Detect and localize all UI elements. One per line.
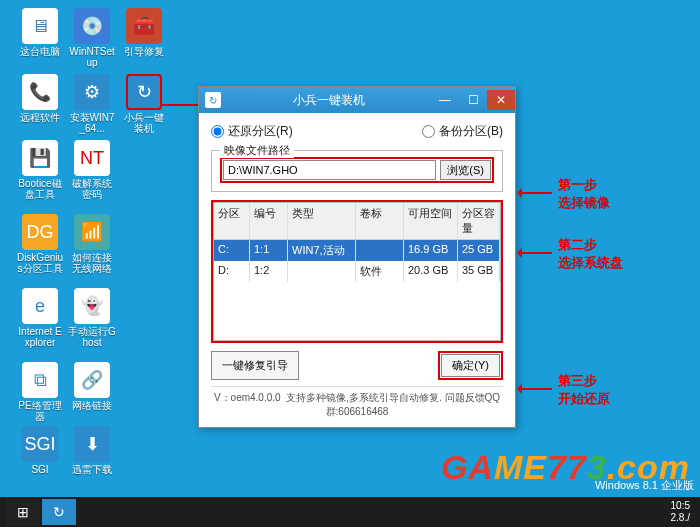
desktop-icon[interactable]: 💾Bootice磁盘工具 [16, 140, 64, 200]
icon-label: Bootice磁盘工具 [16, 178, 64, 200]
desktop-icon[interactable]: ⧉PE络管理器 [16, 362, 64, 422]
app-icon: DG [22, 214, 58, 250]
app-icon: ⬇ [74, 426, 110, 462]
col-type: 类型 [288, 203, 356, 239]
ok-button[interactable]: 确定(Y) [441, 354, 500, 377]
app-icon: ↻ [126, 74, 162, 110]
icon-label: WinNTSetup [68, 46, 116, 68]
desktop-icon[interactable]: SGISGI [16, 426, 64, 475]
arrow-icon-to-dialog [160, 104, 200, 106]
app-icon: 📞 [22, 74, 58, 110]
table-row[interactable]: D:1:2软件20.3 GB35 GB [214, 261, 500, 282]
restore-radio[interactable]: 还原分区(R) [211, 123, 293, 140]
desktop-icon[interactable]: 🖥这台电脑 [16, 8, 64, 57]
desktop-icon[interactable]: 📶如何连接无线网络 [68, 214, 116, 274]
col-size: 分区容量 [458, 203, 500, 239]
icon-label: 如何连接无线网络 [68, 252, 116, 274]
system-tray[interactable]: 10:52.8./ [671, 500, 694, 524]
maximize-button[interactable]: ☐ [459, 90, 487, 110]
desktop-icon[interactable]: ⚙安装WIN7_64... [68, 74, 116, 134]
icon-label: SGI [16, 464, 64, 475]
app-icon: ⧉ [22, 362, 58, 398]
group-title: 映像文件路径 [220, 143, 294, 158]
app-icon: SGI [22, 426, 58, 462]
annotation-step1: 第一步选择镜像 [558, 176, 610, 212]
app-icon: e [22, 288, 58, 324]
installer-dialog: ↻ 小兵一键装机 — ☐ ✕ 还原分区(R) 备份分区(B) 映像文件路径 浏览… [198, 86, 516, 428]
app-icon: 💾 [22, 140, 58, 176]
col-label: 卷标 [356, 203, 404, 239]
image-path-group: 映像文件路径 浏览(S) [211, 150, 503, 192]
icon-label: Internet Explorer [16, 326, 64, 348]
repair-boot-button[interactable]: 一键修复引导 [211, 351, 299, 380]
desktop-icon[interactable]: eInternet Explorer [16, 288, 64, 348]
icon-label: 安装WIN7_64... [68, 112, 116, 134]
col-partition: 分区 [214, 203, 250, 239]
icon-label: PE络管理器 [16, 400, 64, 422]
desktop-icon[interactable]: 🔗网络链接 [68, 362, 116, 411]
backup-radio[interactable]: 备份分区(B) [422, 123, 503, 140]
desktop-icon[interactable]: 💿WinNTSetup [68, 8, 116, 68]
app-icon: 💿 [74, 8, 110, 44]
desktop-icon[interactable]: 👻手动运行Ghost [68, 288, 116, 348]
app-icon: ↻ [205, 92, 221, 108]
arrow-step3 [520, 388, 552, 390]
desktop-icon[interactable]: DGDiskGenius分区工具 [16, 214, 64, 274]
icon-label: 迅雷下载 [68, 464, 116, 475]
taskbar: ⊞ ↻ 10:52.8./ [0, 497, 700, 527]
app-icon: NT [74, 140, 110, 176]
app-icon: 🖥 [22, 8, 58, 44]
icon-label: 远程软件 [16, 112, 64, 123]
icon-label: 小兵一键装机 [120, 112, 168, 134]
dialog-title: 小兵一键装机 [227, 92, 431, 109]
app-icon: 🧰 [126, 8, 162, 44]
desktop-icon[interactable]: ⬇迅雷下载 [68, 426, 116, 475]
app-icon: 📶 [74, 214, 110, 250]
annotation-step3: 第三步开始还原 [558, 372, 610, 408]
desktop-icon[interactable]: 🧰引导修复 [120, 8, 168, 57]
close-button[interactable]: ✕ [487, 90, 515, 110]
start-button[interactable]: ⊞ [6, 499, 40, 525]
icon-label: 手动运行Ghost [68, 326, 116, 348]
arrow-step2 [520, 252, 552, 254]
icon-label: 这台电脑 [16, 46, 64, 57]
footer: V：oem4.0.0.0 支持多种镜像,多系统引导自动修复. 问题反馈QQ群:6… [211, 386, 503, 419]
app-icon: ⚙ [74, 74, 110, 110]
browse-button[interactable]: 浏览(S) [440, 160, 491, 180]
app-icon: 👻 [74, 288, 110, 324]
taskbar-app[interactable]: ↻ [42, 499, 76, 525]
image-path-input[interactable] [223, 160, 436, 180]
watermark: GAME773.com [441, 448, 690, 487]
annotation-step2: 第二步选择系统盘 [558, 236, 623, 272]
partition-table: 分区 编号 类型 卷标 可用空间 分区容量 C:1:1WIN7,活动16.9 G… [213, 202, 501, 341]
desktop-icon[interactable]: 📞远程软件 [16, 74, 64, 123]
col-free: 可用空间 [404, 203, 458, 239]
icon-label: 破解系统密码 [68, 178, 116, 200]
minimize-button[interactable]: — [431, 90, 459, 110]
icon-label: DiskGenius分区工具 [16, 252, 64, 274]
icon-label: 引导修复 [120, 46, 168, 57]
app-icon: 🔗 [74, 362, 110, 398]
icon-label: 网络链接 [68, 400, 116, 411]
table-row[interactable]: C:1:1WIN7,活动16.9 GB25 GB [214, 240, 500, 261]
col-index: 编号 [250, 203, 288, 239]
titlebar[interactable]: ↻ 小兵一键装机 — ☐ ✕ [199, 87, 515, 113]
arrow-step1 [520, 192, 552, 194]
desktop-icon[interactable]: NT破解系统密码 [68, 140, 116, 200]
